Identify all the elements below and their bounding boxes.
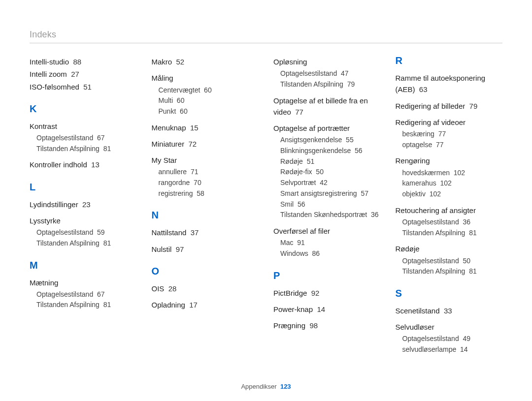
sub-label: Tilstanden Afspilning xyxy=(36,239,100,247)
sub-page: 81 xyxy=(469,267,477,275)
sub-page: 81 xyxy=(103,239,111,247)
entry-portraetter: Optagelse af portrætter Ansigtsgenkendel… xyxy=(273,123,381,220)
entry-nattilstand: Nattilstand 37 xyxy=(152,227,259,238)
entry-label: Rengøring xyxy=(396,155,503,166)
entry-label: Opladning xyxy=(152,301,185,309)
entry-pictbridge: PictBridge 92 xyxy=(273,287,381,299)
entry-page: 27 xyxy=(71,70,79,78)
sub-page: 47 xyxy=(341,69,349,77)
col-3: Opløsning Optagelsestilstand 47 Tilstand… xyxy=(273,55,381,360)
entry-label: Makro xyxy=(152,58,172,66)
entry-page: 63 xyxy=(419,85,428,93)
entry-label: Mætning xyxy=(30,277,137,288)
entry-page: 23 xyxy=(82,200,91,209)
footer-label: Appendikser xyxy=(241,383,276,390)
sub-label: Tilstanden Afspilning xyxy=(36,301,100,308)
sub-label: Optagelsestilstand xyxy=(36,290,93,298)
sub-label: Ansigtsgenkendelse xyxy=(280,136,342,144)
sub-label: Blinkningsgenkendelse xyxy=(280,147,351,154)
sub-label: Optagelsestilstand xyxy=(36,228,93,236)
sub-page: 60 xyxy=(180,107,188,115)
letter-l: L xyxy=(30,182,137,193)
sub-page: 42 xyxy=(320,179,328,186)
sub-page: 50 xyxy=(463,257,470,265)
sub-label: Smil xyxy=(280,200,294,208)
entry-label: Nulstil xyxy=(152,245,172,253)
entry-label: OIS xyxy=(152,284,165,293)
entry-intelli-studio: Intelli-studio 88 Intelli zoom 27 ISO-fø… xyxy=(30,56,137,93)
entry-ois: OIS 28 xyxy=(152,283,259,294)
sub-label: Tilstanden Skønhedsportræt xyxy=(280,211,367,218)
sub-page: 67 xyxy=(97,290,105,298)
sub-label: registrering xyxy=(159,189,193,197)
entry-label: Rødøje xyxy=(396,243,503,254)
entry-label: Nattilstand xyxy=(152,228,187,237)
sub-page: 102 xyxy=(440,179,452,187)
entry-label: Optagelse af portrætter xyxy=(273,123,381,134)
sub-page: 77 xyxy=(438,130,446,138)
col-2: Makro 52 Måling Centervægtet 60 Multi 60… xyxy=(152,55,259,360)
entry-overforsel: Overførsel af filer Mac 91 Windows 86 xyxy=(273,225,381,259)
entry-praegning: Prægning 98 xyxy=(273,320,381,331)
sub-label: Optagelsestilstand xyxy=(36,134,93,142)
entry-label: Kontrast xyxy=(30,121,137,132)
sub-page: 60 xyxy=(177,96,185,104)
entry-label: Retouchering af ansigter xyxy=(396,205,503,216)
sub-label: Smart ansigtsregistrering xyxy=(280,189,357,197)
sub-page: 77 xyxy=(436,141,444,149)
sub-page: 50 xyxy=(316,168,324,176)
sub-page: 81 xyxy=(103,145,111,153)
sub-page: 36 xyxy=(371,211,379,218)
entry-kontrast: Kontrast Optagelsestilstand 67 Tilstande… xyxy=(30,121,137,154)
sub-page: 102 xyxy=(430,190,441,198)
letter-r: R xyxy=(396,55,503,66)
entry-label: Opløsning xyxy=(273,56,381,67)
entry-rodoje: Rødøje Optagelsestilstand 50 Tilstanden … xyxy=(396,243,503,277)
sub-page: 91 xyxy=(297,239,305,247)
entry-page: 33 xyxy=(444,307,452,315)
col-1: Intelli-studio 88 Intelli zoom 27 ISO-fø… xyxy=(30,55,137,360)
entry-page: 98 xyxy=(309,321,318,330)
entry-page: 97 xyxy=(176,245,184,253)
entry-nulstil: Nulstil 97 xyxy=(152,244,259,255)
sub-label: Tilstanden Afspilning xyxy=(402,229,466,237)
col-4: R Ramme til autoeksponering (AEB) 63 Red… xyxy=(396,55,503,360)
index-columns: Intelli-studio 88 Intelli zoom 27 ISO-fø… xyxy=(30,55,502,360)
entry-redigering-videoer: Redigering af videoer beskæring 77 optag… xyxy=(396,117,503,151)
entry-power-knap: Power-knap 14 xyxy=(273,304,381,315)
sub-label: Tilstanden Afspilning xyxy=(36,145,100,153)
page-header: Indeks xyxy=(30,30,502,43)
sub-page: 71 xyxy=(191,168,199,176)
entry-optagelse-video: Optagelse af et billede fra en video 77 xyxy=(273,95,381,118)
entry-makro: Makro 52 xyxy=(152,56,259,67)
sub-page: 67 xyxy=(97,134,105,142)
entry-kontroller: Kontroller indhold 13 xyxy=(30,159,137,170)
entry-lysstyrke: Lysstyrke Optagelsestilstand 59 Tilstand… xyxy=(30,215,137,249)
entry-page: 15 xyxy=(190,123,199,132)
sub-label: beskæring xyxy=(402,130,434,138)
entry-miniaturer: Miniaturer 72 xyxy=(152,138,259,150)
entry-lydindstillinger: Lydindstillinger 23 xyxy=(30,199,137,210)
sub-label: Optagelsestilstand xyxy=(402,335,459,342)
sub-label: annullere xyxy=(159,168,187,176)
sub-page: 79 xyxy=(347,80,355,88)
entry-ramme-aeb: Ramme til autoeksponering (AEB) 63 xyxy=(396,72,503,95)
index-page: Indeks Intelli-studio 88 Intelli zoom 27… xyxy=(0,0,532,401)
sub-page: 55 xyxy=(346,136,354,144)
sub-label: optagelse xyxy=(402,141,432,149)
entry-label: Miniaturer xyxy=(152,140,185,148)
sub-page: 81 xyxy=(103,301,111,308)
sub-page: 14 xyxy=(460,345,468,353)
sub-label: Tilstanden Afspilning xyxy=(402,267,466,275)
entry-page: 14 xyxy=(317,305,325,313)
entry-label: Redigering af billeder xyxy=(396,102,466,110)
entry-label: Intelli zoom xyxy=(30,70,67,78)
entry-label: Kontroller indhold xyxy=(30,160,87,169)
footer-page: 123 xyxy=(280,383,291,390)
entry-label: Ramme til autoeksponering (AEB) xyxy=(396,74,486,93)
entry-label: Menuknap xyxy=(152,123,186,132)
sub-page: 70 xyxy=(194,179,201,186)
entry-label: Selvudløser xyxy=(396,321,503,333)
entry-label: ISO-følsomhed xyxy=(30,83,79,91)
sub-label: rangordne xyxy=(159,179,190,186)
